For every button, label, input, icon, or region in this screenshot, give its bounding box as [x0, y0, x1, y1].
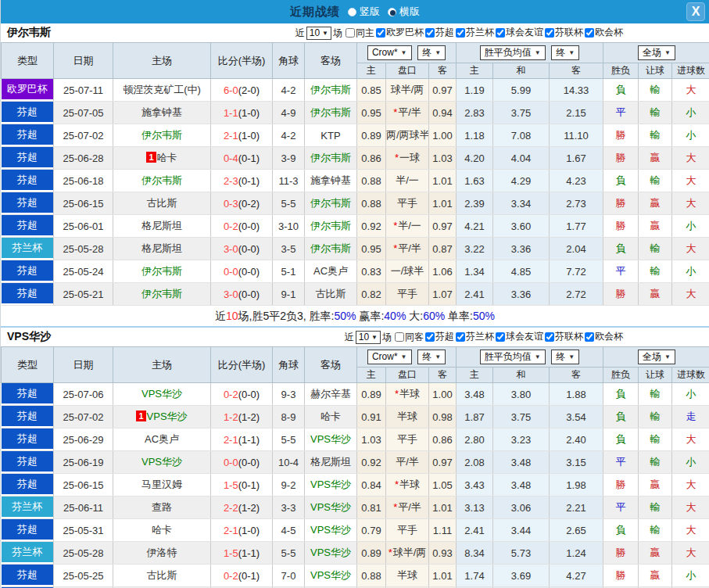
away-odds: 1.06	[429, 260, 457, 283]
match-date: 25-06-01	[54, 215, 113, 238]
avg-type-select[interactable]: 胜平负均值▼	[480, 350, 546, 364]
handicap-result-cell: 輸	[639, 428, 672, 451]
avg-away-odds: 3.15	[550, 451, 603, 474]
league-filter-label: 芬超	[435, 330, 454, 343]
col-header-odds-away: 客	[429, 368, 457, 383]
league-filter[interactable]: 球会友谊	[494, 26, 543, 39]
league-checkbox[interactable]	[545, 332, 554, 342]
league-filter-label: 欧会杯	[595, 26, 623, 39]
league-checkbox[interactable]	[456, 28, 465, 38]
same-away-checkbox[interactable]	[395, 332, 404, 342]
games-count-select[interactable]: 10▼	[306, 27, 331, 40]
league-checkbox[interactable]	[425, 332, 435, 342]
layout-radio-horizontal[interactable]: 横版	[388, 5, 420, 19]
full-score: 0-0	[224, 457, 238, 468]
league-checkbox[interactable]	[585, 332, 594, 342]
radio-icon[interactable]	[348, 8, 356, 16]
league-filter[interactable]: 芬超	[424, 330, 454, 343]
league-checkbox[interactable]	[425, 28, 435, 38]
summary-segment: 单率:	[445, 310, 473, 322]
full-score: 3-0	[224, 243, 238, 255]
away-team: VPS华沙	[310, 433, 351, 445]
star-marker: *	[393, 106, 397, 118]
league-checkbox[interactable]	[456, 332, 465, 342]
league-cell: 芬超	[2, 170, 54, 192]
scope-select[interactable]: 全场▼	[638, 45, 675, 60]
league-filter[interactable]: 芬联杯	[543, 26, 583, 39]
col-header-type: 类型	[2, 43, 54, 79]
result-cell: 負	[603, 383, 639, 406]
league-filter-label: 球会友谊	[506, 26, 543, 39]
handicap-result-cell: 贏	[639, 474, 672, 497]
odds-source-select[interactable]: Crow*▼	[367, 350, 412, 364]
same-home-checkbox[interactable]	[346, 28, 355, 38]
league-checkbox[interactable]	[585, 28, 594, 38]
match-date: 25-06-15	[54, 474, 113, 497]
avg-stage-select[interactable]: 终▼	[551, 45, 579, 60]
odds-group-header: Crow*▼ 终▼	[357, 43, 457, 63]
league-filter[interactable]: 欧会杯	[583, 330, 623, 343]
score-cell: 2-1(1-1)	[211, 428, 273, 451]
league-cell: 芬超	[2, 383, 54, 406]
avg-type-select[interactable]: 胜平负均值▼	[480, 45, 546, 60]
match-row: 欧罗巴杯 25-07-11 顿涅茨克矿工(中) 6-0(2-0) 4-2 伊尔韦…	[2, 79, 709, 102]
handicap-text: 平手	[397, 524, 417, 536]
league-cell: 欧罗巴杯	[2, 79, 54, 102]
league-badge: 芬兰杯	[2, 542, 54, 562]
league-filter[interactable]: 欧会杯	[583, 26, 623, 39]
avg-draw-odds: 3.48	[493, 474, 550, 497]
radio-icon-checked[interactable]	[388, 8, 396, 16]
home-team: 哈卡	[157, 152, 177, 163]
avg-stage-select[interactable]: 终▼	[551, 350, 579, 364]
league-filter[interactable]: 球会友谊	[494, 330, 543, 343]
full-score: 0-3	[224, 198, 238, 210]
scope-select[interactable]: 全场▼	[638, 350, 675, 364]
odds-source-select[interactable]: Crow*▼	[367, 45, 412, 60]
away-team: 古比斯	[316, 288, 346, 299]
league-filter[interactable]: 芬超	[424, 26, 454, 39]
handicap-text: 平手	[397, 197, 417, 209]
home-team-cell: 1VPS华沙	[113, 406, 211, 428]
league-filter[interactable]: 芬联杯	[543, 330, 583, 343]
handicap-result-cell: 贏	[639, 283, 672, 306]
avg-home-odds: 3.13	[457, 497, 493, 519]
home-odds: 0.92	[357, 451, 386, 474]
league-checkbox[interactable]	[496, 28, 505, 38]
league-filter[interactable]: 芬兰杯	[454, 330, 494, 343]
league-cell: 芬兰杯	[2, 238, 54, 260]
handicap-text: 平/半	[396, 456, 419, 468]
panel-title: 近期战绩	[290, 5, 340, 20]
match-date: 25-07-06	[54, 383, 113, 406]
league-filter[interactable]: 欧罗巴杯	[374, 26, 424, 39]
league-checkbox[interactable]	[496, 332, 505, 342]
odds-stage-select[interactable]: 终▼	[417, 45, 446, 60]
league-badge: 芬超	[2, 474, 54, 494]
league-checkbox[interactable]	[376, 28, 385, 38]
corner-score: 8-9	[273, 406, 305, 428]
avg-draw-odds: 3.80	[493, 383, 550, 406]
full-score: 0-2	[224, 570, 238, 582]
match-row: 芬超 25-07-05 施拿钟基 1-1(1-0) 4-9 伊尔韦斯 0.95 …	[2, 102, 709, 124]
close-button[interactable]: X	[686, 2, 705, 21]
same-home-filter[interactable]: 同主	[344, 27, 374, 40]
match-date: 25-05-31	[54, 519, 113, 542]
col-header-let: 让球	[639, 63, 672, 79]
league-filter[interactable]: 芬兰杯	[454, 26, 494, 39]
games-count-select[interactable]: 10▼	[356, 331, 381, 344]
away-team-cell: VPS华沙	[305, 497, 357, 519]
avg-draw-odds: 3.23	[493, 428, 550, 451]
away-team: 赫尔辛基	[310, 388, 351, 400]
league-checkbox[interactable]	[545, 28, 554, 38]
handicap-result-cell: 贏	[639, 192, 672, 215]
corner-score: 3-5	[273, 238, 305, 260]
goals-result-cell: 小	[672, 383, 709, 406]
avg-away-odds: 2.21	[550, 497, 603, 519]
home-odds: 0.82	[357, 283, 386, 306]
odds-stage-select[interactable]: 终▼	[417, 350, 446, 364]
same-away-filter[interactable]: 同客	[393, 331, 424, 344]
layout-radio-vertical[interactable]: 竖版	[348, 5, 380, 19]
avg-away-odds: 1.24	[550, 542, 603, 565]
league-badge: 芬兰杯	[2, 238, 54, 258]
goals-result-cell: 大	[672, 428, 709, 451]
corner-score: 9-3	[273, 383, 305, 406]
